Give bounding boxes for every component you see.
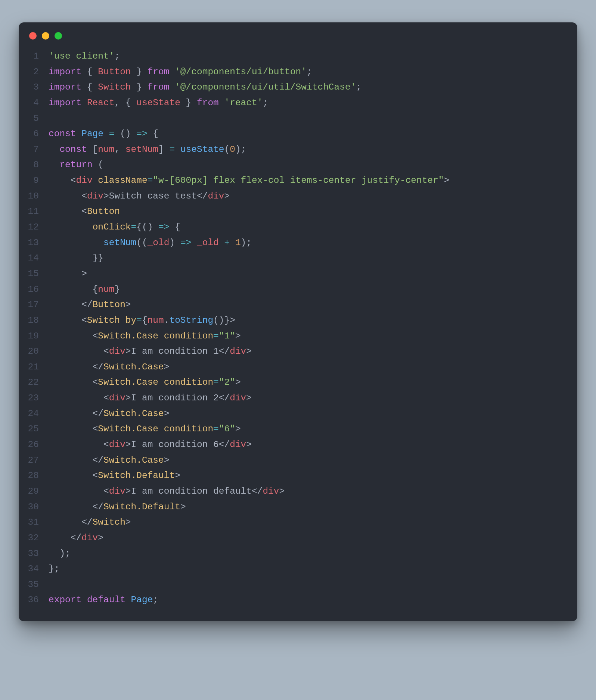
- code-line[interactable]: 34};: [19, 561, 567, 577]
- code-content[interactable]: <div>I am condition 1</div>: [49, 344, 252, 359]
- code-content[interactable]: >: [49, 266, 87, 282]
- code-content[interactable]: <Switch.Default>: [49, 468, 180, 484]
- code-content[interactable]: </Button>: [49, 297, 131, 313]
- code-line[interactable]: 27 </Switch.Case>: [19, 453, 567, 468]
- token-cyan: =: [213, 331, 219, 341]
- code-line[interactable]: 30 </Switch.Default>: [19, 499, 567, 515]
- code-line[interactable]: 24 </Switch.Case>: [19, 406, 567, 422]
- code-line[interactable]: 11 <Button: [19, 204, 567, 219]
- code-content[interactable]: import React, { useState } from 'react';: [49, 95, 268, 111]
- code-content[interactable]: <Switch.Case condition="6">: [49, 421, 241, 437]
- token-yellow: Switch.Case: [103, 455, 164, 465]
- code-line[interactable]: 25 <Switch.Case condition="6">: [19, 421, 567, 437]
- code-line[interactable]: 32 </div>: [19, 530, 567, 546]
- token-grey: <: [49, 346, 109, 356]
- code-content[interactable]: <div>I am condition default</div>: [49, 484, 285, 499]
- token-grey: );: [49, 549, 71, 559]
- code-content[interactable]: <div className="w-[600px] flex flex-col …: [49, 173, 449, 188]
- code-content[interactable]: import { Switch } from '@/components/ui/…: [49, 79, 361, 95]
- code-line[interactable]: 1'use client';: [19, 49, 567, 64]
- token-blue: useState: [180, 144, 224, 154]
- token-grey: );: [241, 238, 252, 248]
- code-content[interactable]: <div>I am condition 6</div>: [49, 437, 252, 453]
- minimize-icon[interactable]: [42, 32, 49, 40]
- close-icon[interactable]: [29, 32, 37, 40]
- token-grey: >: [49, 269, 87, 279]
- token-grey: {: [81, 67, 98, 77]
- code-line[interactable]: 31 </Switch>: [19, 515, 567, 530]
- code-line[interactable]: 19 <Switch.Case condition="1">: [19, 328, 567, 344]
- code-content[interactable]: <Switch.Case condition="2">: [49, 375, 241, 390]
- line-number: 34: [19, 561, 49, 577]
- code-content[interactable]: const Page = () => {: [49, 126, 158, 142]
- code-content[interactable]: );: [49, 546, 71, 562]
- code-line[interactable]: 8 return (: [19, 157, 567, 173]
- code-line[interactable]: 35: [19, 577, 567, 593]
- code-line[interactable]: 36export default Page;: [19, 592, 567, 608]
- token-grey: }: [131, 82, 148, 92]
- code-content[interactable]: </Switch.Case>: [49, 406, 169, 422]
- code-line[interactable]: 12 onClick={() => {: [19, 219, 567, 235]
- code-content[interactable]: }}: [49, 250, 103, 266]
- code-line[interactable]: 5: [19, 111, 567, 126]
- code-content[interactable]: <div>Switch case test</div>: [49, 188, 230, 204]
- token-yellow: Button: [87, 206, 120, 216]
- code-line[interactable]: 16 {num}: [19, 282, 567, 297]
- code-content[interactable]: return (: [49, 157, 103, 173]
- code-line[interactable]: 33 );: [19, 546, 567, 562]
- code-window: 1'use client';2import { Button } from '@…: [19, 22, 577, 621]
- token-grey: (): [114, 129, 136, 139]
- token-grey: >: [180, 502, 186, 512]
- code-content[interactable]: <Switch by={num.toString()}>: [49, 313, 235, 328]
- code-line[interactable]: 26 <div>I am condition 6</div>: [19, 437, 567, 453]
- code-line[interactable]: 9 <div className="w-[600px] flex flex-co…: [19, 173, 567, 188]
- code-content[interactable]: </Switch.Default>: [49, 499, 186, 515]
- code-line[interactable]: 29 <div>I am condition default</div>: [19, 484, 567, 499]
- code-line[interactable]: 14 }}: [19, 250, 567, 266]
- code-line[interactable]: 15 >: [19, 266, 567, 282]
- code-line[interactable]: 3import { Switch } from '@/components/ui…: [19, 79, 567, 95]
- token-grey: <: [49, 331, 98, 341]
- token-grey: [230, 238, 235, 248]
- code-line[interactable]: 22 <Switch.Case condition="2">: [19, 375, 567, 390]
- token-grey: >: [224, 191, 230, 201]
- code-line[interactable]: 7 const [num, setNum] = useState(0);: [19, 142, 567, 157]
- code-content[interactable]: </Switch.Case>: [49, 359, 169, 375]
- code-editor[interactable]: 1'use client';2import { Button } from '@…: [19, 49, 577, 608]
- token-green: "1": [219, 331, 235, 341]
- zoom-icon[interactable]: [55, 32, 62, 40]
- code-content[interactable]: <Switch.Case condition="1">: [49, 328, 241, 344]
- code-line[interactable]: 23 <div>I am condition 2</div>: [19, 390, 567, 406]
- code-content[interactable]: export default Page;: [49, 592, 158, 608]
- code-line[interactable]: 6const Page = () => {: [19, 126, 567, 142]
- code-line[interactable]: 21 </Switch.Case>: [19, 359, 567, 375]
- token-yellow: onClick: [93, 222, 131, 232]
- code-content[interactable]: <div>I am condition 2</div>: [49, 390, 252, 406]
- code-content[interactable]: 'use client';: [49, 49, 120, 64]
- code-content[interactable]: onClick={() => {: [49, 219, 180, 235]
- line-number: 11: [19, 204, 49, 219]
- code-content[interactable]: </Switch.Case>: [49, 453, 169, 468]
- token-yellow: Switch: [93, 517, 125, 527]
- code-line[interactable]: 4import React, { useState } from 'react'…: [19, 95, 567, 111]
- code-content[interactable]: };: [49, 561, 59, 577]
- token-grey: [: [87, 144, 98, 154]
- code-line[interactable]: 10 <div>Switch case test</div>: [19, 188, 567, 204]
- code-line[interactable]: 17 </Button>: [19, 297, 567, 313]
- code-line[interactable]: 28 <Switch.Default>: [19, 468, 567, 484]
- code-content[interactable]: {num}: [49, 282, 120, 297]
- code-line[interactable]: 2import { Button } from '@/components/ui…: [19, 64, 567, 80]
- code-line[interactable]: 18 <Switch by={num.toString()}>: [19, 313, 567, 328]
- code-content[interactable]: </Switch>: [49, 515, 131, 530]
- code-content[interactable]: </div>: [49, 530, 103, 546]
- token-yellow: Switch: [87, 315, 120, 325]
- code-content[interactable]: const [num, setNum] = useState(0);: [49, 142, 246, 157]
- code-content[interactable]: <Button: [49, 204, 120, 219]
- code-content[interactable]: import { Button } from '@/components/ui/…: [49, 64, 312, 80]
- code-content[interactable]: setNum((_old) => _old + 1);: [49, 235, 252, 251]
- code-line[interactable]: 20 <div>I am condition 1</div>: [19, 344, 567, 359]
- token-yellow: Switch.Case: [98, 424, 158, 434]
- token-kw: return: [59, 160, 92, 170]
- line-number: 16: [19, 282, 49, 297]
- code-line[interactable]: 13 setNum((_old) => _old + 1);: [19, 235, 567, 251]
